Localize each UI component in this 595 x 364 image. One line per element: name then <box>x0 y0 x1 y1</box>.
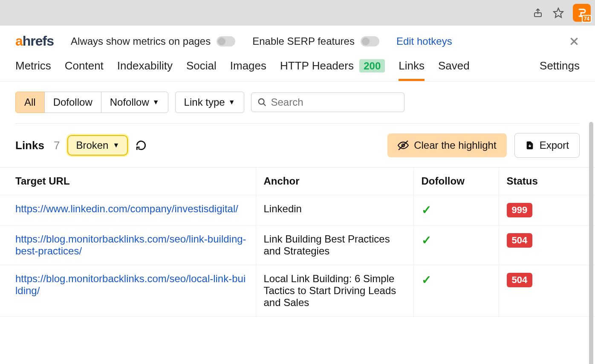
tab-indexability[interactable]: Indexability <box>117 59 173 81</box>
tab-content[interactable]: Content <box>65 59 104 81</box>
col-anchor[interactable]: Anchor <box>256 168 413 195</box>
anchor-text: Linkedin <box>256 195 413 225</box>
target-url-link[interactable]: https://blog.monitorbacklinks.com/seo/li… <box>15 233 246 257</box>
svg-point-2 <box>258 99 264 104</box>
broken-dropdown[interactable]: Broken ▼ <box>67 135 128 156</box>
status-badge: 504 <box>507 273 533 287</box>
tab-settings[interactable]: Settings <box>540 59 580 81</box>
status-badge: 504 <box>507 233 533 248</box>
reload-icon[interactable] <box>136 140 147 151</box>
anchor-text: Link Building Best Practices and Strateg… <box>256 225 413 265</box>
anchor-text: Local Link Building: 6 Simple Tactics to… <box>256 265 413 317</box>
toggle-label: Enable SERP features <box>252 35 355 47</box>
close-icon[interactable] <box>569 36 580 47</box>
tab-links[interactable]: Links <box>399 59 425 81</box>
links-count: 7 <box>54 139 60 152</box>
tab-http-headers[interactable]: HTTP Headers 200 <box>280 59 385 81</box>
table-row: https://www.linkedin.com/company/investi… <box>0 195 595 225</box>
broken-label: Broken <box>76 139 108 151</box>
scrollbar[interactable] <box>589 122 593 364</box>
check-icon: ✓ <box>422 273 431 286</box>
tab-saved[interactable]: Saved <box>438 59 470 81</box>
filter-linktype[interactable]: Link type ▼ <box>175 92 244 113</box>
http-status-badge: 200 <box>359 59 385 72</box>
search-icon <box>257 98 267 107</box>
search-input[interactable] <box>271 96 398 108</box>
ahrefs-panel: ahrefs Always show metrics on pages Enab… <box>0 26 595 317</box>
links-table: Target URL Anchor Dofollow Status https:… <box>0 167 595 317</box>
svg-marker-1 <box>554 8 563 17</box>
check-icon: ✓ <box>422 203 431 217</box>
filter-dofollow[interactable]: Dofollow <box>44 92 101 113</box>
filter-label: Nofollow <box>110 96 149 108</box>
target-url-link[interactable]: https://blog.monitorbacklinks.com/seo/lo… <box>15 273 246 296</box>
filter-all[interactable]: All <box>15 92 45 113</box>
chevron-down-icon: ▼ <box>153 98 159 106</box>
table-header-row: Target URL Anchor Dofollow Status <box>0 168 595 195</box>
export-button[interactable]: Export <box>514 133 580 158</box>
clear-highlight-label: Clear the highlight <box>414 139 496 151</box>
col-dofollow[interactable]: Dofollow <box>413 168 499 195</box>
links-header: Links 7 Broken ▼ Clear the highlight Exp… <box>0 124 595 167</box>
toggle-switch[interactable] <box>217 36 235 46</box>
check-icon: ✓ <box>422 234 431 247</box>
filter-nofollow[interactable]: Nofollow ▼ <box>101 92 168 113</box>
browser-toolbar: 74 <box>0 0 595 26</box>
ahrefs-logo: ahrefs <box>15 33 54 49</box>
status-badge: 999 <box>507 203 533 217</box>
col-status[interactable]: Status <box>499 168 595 195</box>
tabs: Metrics Content Indexability Social Imag… <box>0 53 595 81</box>
extension-badge[interactable]: 74 <box>573 4 591 22</box>
tab-label: HTTP Headers <box>280 59 354 72</box>
chevron-down-icon: ▼ <box>113 142 119 149</box>
tab-metrics[interactable]: Metrics <box>15 59 51 81</box>
toggle-enable-serp[interactable]: Enable SERP features <box>252 35 379 47</box>
table-row: https://blog.monitorbacklinks.com/seo/lo… <box>0 265 595 317</box>
download-icon <box>525 141 534 150</box>
col-target-url[interactable]: Target URL <box>0 168 256 195</box>
eye-off-icon <box>398 140 409 151</box>
star-icon[interactable] <box>552 7 564 19</box>
tab-images[interactable]: Images <box>230 59 266 81</box>
table-row: https://blog.monitorbacklinks.com/seo/li… <box>0 225 595 265</box>
export-label: Export <box>540 139 569 151</box>
filters: All Dofollow Nofollow ▼ Link type ▼ <box>0 81 595 123</box>
tab-social[interactable]: Social <box>186 59 217 81</box>
share-icon[interactable] <box>532 7 544 19</box>
edit-hotkeys-link[interactable]: Edit hotkeys <box>396 35 452 47</box>
clear-highlight-button[interactable]: Clear the highlight <box>387 133 506 157</box>
follow-filter-group: All Dofollow Nofollow ▼ <box>15 92 168 113</box>
target-url-link[interactable]: https://www.linkedin.com/company/investi… <box>15 203 238 214</box>
chevron-down-icon: ▼ <box>228 98 235 106</box>
toggle-label: Always show metrics on pages <box>71 35 211 47</box>
toggle-always-show-metrics[interactable]: Always show metrics on pages <box>71 35 235 47</box>
extension-badge-count: 74 <box>582 15 592 23</box>
panel-header: ahrefs Always show metrics on pages Enab… <box>0 26 595 53</box>
links-title: Links <box>15 139 44 152</box>
toggle-switch[interactable] <box>361 36 379 46</box>
search-box[interactable] <box>251 92 404 112</box>
filter-label: Link type <box>184 96 225 108</box>
